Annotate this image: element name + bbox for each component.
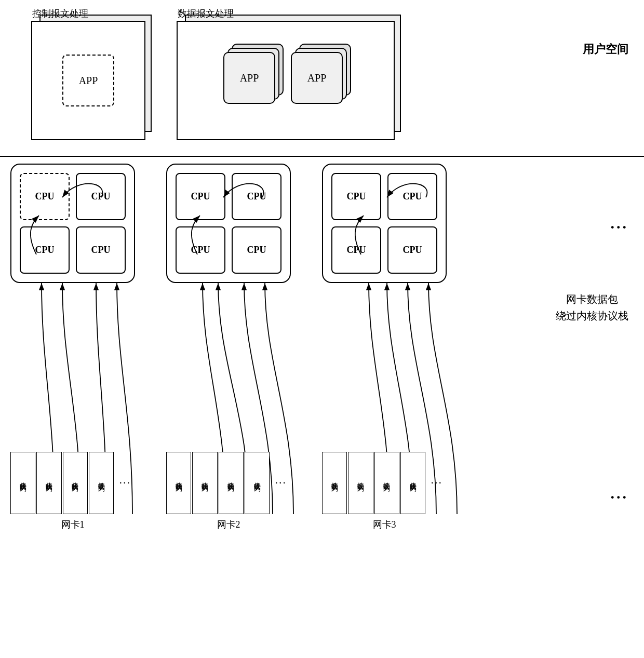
app-stack-1: APP (223, 52, 280, 109)
queue-item-2-0: 接收队列0 (166, 452, 191, 514)
app-label-2: APP (307, 72, 327, 84)
cpu-box-1-2: CPU (76, 173, 126, 220)
kernel-bypass-line2: 绕过内核协议栈 (556, 307, 628, 324)
queue-row-1: 接收队列0 接收队列1 接收队列2 接收队列3 ··· (10, 452, 135, 514)
cpu-box-1-4: CPU (76, 226, 126, 274)
queue-item-1-0: 接收队列0 (10, 452, 35, 514)
queue-dots-1: ··· (115, 452, 135, 514)
cpu-box-3-4: CPU (387, 226, 437, 274)
cpu-box-3-1: CPU (331, 173, 381, 220)
cpu-box-2-4: CPU (232, 226, 281, 274)
queue-groups-area: 接收队列0 接收队列1 接收队列2 接收队列3 ··· 网卡1 接收队列0 接收… (10, 452, 447, 531)
control-box-title: 控制报文处理 (32, 7, 88, 20)
cpu-group-1: CPU CPU CPU CPU (10, 164, 135, 283)
queue-group-1: 接收队列0 接收队列1 接收队列2 接收队列3 ··· 网卡1 (10, 452, 135, 531)
queue-group-2: 接收队列0 接收队列1 接收队列2 接收队列3 ··· 网卡2 (166, 452, 291, 531)
queue-item-1-2: 接收队列2 (63, 452, 88, 514)
nic-2-label: 网卡2 (166, 518, 291, 531)
kernel-bypass-label: 网卡数据包 绕过内核协议栈 (556, 291, 628, 324)
control-app-card: APP (62, 55, 114, 106)
queue-item-2-3: 接收队列3 (245, 452, 270, 514)
queue-group-3: 接收队列0 接收队列1 接收队列2 接收队列3 ··· 网卡3 (322, 452, 447, 531)
dots-cpu-right: ··· (611, 218, 629, 236)
data-box-title: 数据报文处理 (178, 7, 234, 20)
queue-item-2-1: 接收队列1 (192, 452, 217, 514)
cpu-box-3-3: CPU (331, 226, 381, 274)
app-card-front-1: APP (223, 52, 275, 104)
user-space-label: 用户空间 (583, 42, 628, 57)
queue-item-1-3: 接收队列3 (89, 452, 114, 514)
app-label-1: APP (240, 72, 259, 84)
queue-item-1-1: 接收队列1 (36, 452, 61, 514)
app-card-front-2: APP (291, 52, 343, 104)
user-space-section: 控制报文处理 APP 数据报文处理 APP APP (10, 10, 634, 151)
kernel-bypass-line1: 网卡数据包 (556, 291, 628, 307)
cpu-box-2-2: CPU (232, 173, 281, 220)
control-packet-box: 控制报文处理 APP (31, 21, 145, 140)
queue-dots-3: ··· (426, 452, 447, 514)
app-stack-2: APP (291, 52, 348, 109)
queue-row-3: 接收队列0 接收队列1 接收队列2 接收队列3 ··· (322, 452, 447, 514)
queue-item-2-2: 接收队列2 (219, 452, 244, 514)
cpu-box-2-1: CPU (176, 173, 225, 220)
section-divider (0, 156, 644, 157)
queue-item-3-2: 接收队列2 (374, 452, 399, 514)
cpu-group-2: CPU CPU CPU CPU (166, 164, 291, 283)
queue-item-3-0: 接收队列0 (322, 452, 347, 514)
queue-item-3-3: 接收队列3 (400, 452, 425, 514)
cpu-box-1-3: CPU (20, 226, 70, 274)
cpu-box-1-1: CPU (20, 173, 70, 220)
cpu-group-3: CPU CPU CPU CPU (322, 164, 447, 283)
nic-3-label: 网卡3 (322, 518, 447, 531)
queue-row-2: 接收队列0 接收队列1 接收队列2 接收队列3 ··· (166, 452, 291, 514)
dots-queue-right: ··· (611, 488, 629, 506)
queue-dots-2: ··· (271, 452, 291, 514)
nic-1-label: 网卡1 (10, 518, 135, 531)
queue-item-3-1: 接收队列1 (348, 452, 373, 514)
cpu-box-3-2: CPU (387, 173, 437, 220)
cpu-groups-area: CPU CPU CPU CPU CPU CPU CPU CPU CPU CPU … (10, 164, 447, 283)
app-card-group: APP APP (223, 52, 348, 109)
data-packet-box: 数据报文处理 APP APP (177, 21, 395, 140)
cpu-box-2-3: CPU (176, 226, 225, 274)
control-app-label: APP (79, 75, 98, 87)
